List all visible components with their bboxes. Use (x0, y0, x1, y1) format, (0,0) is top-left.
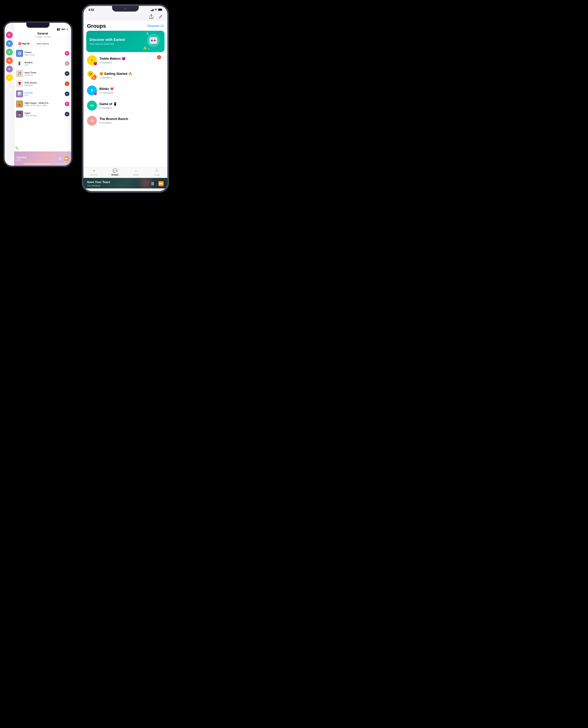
tab-groups-label: Groups (111, 174, 118, 176)
tab-profile[interactable]: Profile (146, 169, 167, 176)
tab-library-label: Library (133, 174, 139, 176)
song-title-pinkvenom: Pink Venom (24, 82, 63, 84)
mini-forward-button[interactable]: ⏩ (158, 181, 164, 186)
song-thumb-hardtimes: 🎵 (16, 70, 23, 77)
playlist-title: General (16, 32, 69, 35)
song-item-breathe[interactable]: Breathe Lauv L (14, 59, 71, 69)
groups-header: Groups Requests (1) (83, 21, 167, 31)
banner-dot-1 (146, 32, 148, 35)
group-members-getting-started: 1 members (100, 76, 162, 79)
sidebar-avatar-4[interactable]: M (6, 57, 13, 64)
sidebar-avatar-6[interactable]: S (6, 74, 13, 81)
song-thumb-pinkvenom: 🌹 (16, 80, 23, 87)
edit-button[interactable] (158, 13, 164, 20)
sidebar-avatar-2[interactable]: B (6, 40, 13, 47)
group-name-getting-started: 😍 Getting Started 🔥 (100, 72, 162, 76)
song-artist-breathe: Lauv (24, 64, 63, 66)
song-user-pinkvenom: J (65, 82, 69, 86)
mini-player-artist: The Weeknd (87, 184, 110, 187)
song-item-pinkvenom[interactable]: 🌹 Pink Venom Blackpink J (14, 79, 71, 89)
fg-status-time: 4:52 (88, 8, 94, 12)
song-artist-flower: Miley Cyrus (24, 54, 63, 56)
mini-progress-bar[interactable] (87, 190, 164, 190)
sidebar-avatar-5[interactable]: R (6, 66, 13, 72)
group-info-getting-started: 😍 Getting Started 🔥 1 members (100, 72, 162, 79)
song-item-highhopes[interactable]: 🎪 High Hopes - White Pa... Panic! At The… (14, 99, 71, 109)
notch-fg (112, 6, 139, 12)
song-title-hardtimes: Hard Times (24, 71, 63, 74)
bg-now-playing-bar[interactable]: I'm Fine BTS ⏸ ⏩ (14, 151, 71, 166)
group-avatar-brunch-bunch: TB (87, 116, 97, 126)
bg-wifi: WiFi (61, 28, 65, 30)
group-name-brunch-bunch: The Brunch Bunch (100, 117, 162, 121)
song-user-hardtimes: K (65, 71, 69, 76)
song-item-traitor[interactable]: 👧 traitor Olivia Rodrigo K (14, 109, 71, 119)
bg-progress-fill (24, 164, 50, 164)
mini-player[interactable]: Save Your Tears The Weeknd ⏸ ⏩ (83, 178, 167, 189)
sidebar-avatar-3[interactable]: G (6, 49, 13, 56)
bg-now-playing-artist: BTS (17, 159, 27, 161)
tab-library[interactable]: ♪ Library (125, 169, 146, 176)
tab-discover[interactable]: ✦ Discover (83, 169, 104, 176)
group-members-blinks: 12 members (100, 91, 162, 94)
song-item-flower[interactable]: 🌸 Flower Miley Cyrus P (14, 48, 71, 59)
group-members-game-of-go: 3 members (100, 107, 162, 109)
chevron-game-of-go: › (163, 104, 164, 107)
song-item-hardtimes[interactable]: 🎵 Hard Times Paramore K (14, 69, 71, 79)
group-name-game-of-go: Game of 📱 (100, 102, 162, 106)
song-user-traitor: K (65, 112, 69, 116)
pause-button-bg[interactable]: ⏸ (58, 157, 62, 161)
group-emoji-blinks: 💗 (93, 92, 97, 96)
fg-toolbar (83, 13, 167, 21)
song-thumb-imfine: 📊 (16, 90, 23, 97)
song-info-highhopes: High Hopes - White Pa... Panic! At The D… (24, 102, 63, 107)
groups-page-title: Groups (87, 23, 106, 29)
group-avatar-getting-started: 😍 🔥 (87, 70, 97, 80)
play-all-button[interactable]: ▶ Play All (16, 41, 32, 46)
robot-eyes (151, 40, 155, 41)
group-item-treble-makers[interactable]: T 😈 Treble Makers 😈 4 members 4 (83, 53, 167, 68)
tab-groups[interactable]: 💬 Groups (104, 169, 125, 176)
earbot-banner[interactable]: Discover with Earbot Your new AI music b… (86, 31, 165, 52)
song-item-imfine[interactable]: 📊 I'm Fine BTS K (14, 89, 71, 99)
bg-playback-controls: ⏸ ⏩ (58, 156, 69, 161)
mini-player-info: Save Your Tears The Weeknd (87, 180, 110, 187)
earbot-subtitle: Your new AI music bot (89, 43, 125, 45)
forward-button-bg[interactable]: ⏩ (64, 156, 69, 161)
new-channel-button[interactable]: + New Channe (33, 41, 51, 46)
svg-rect-0 (19, 62, 20, 65)
bg-main-content: ‹ B General 7 songs • 22 min ▶ Play All … (14, 30, 71, 151)
song-thumb-traitor: 👧 (16, 111, 23, 118)
new-channel-label: + New Channe (36, 43, 49, 45)
song-user-imfine: K (65, 91, 69, 96)
song-artist-imfine: BTS (24, 94, 63, 96)
song-user-flower: P (65, 51, 69, 56)
banner-dot-2 (148, 48, 149, 50)
background-phone: P B G M R S ▐▌▌ WiFi 🔋 ‹ B General 7 son… (3, 21, 72, 167)
group-item-getting-started[interactable]: 😍 🔥 😍 Getting Started 🔥 1 members › (83, 68, 167, 83)
library-icon: ♪ (135, 169, 137, 173)
sidebar-avatar-1[interactable]: P (6, 31, 13, 38)
song-user-breathe: L (65, 61, 69, 66)
attachment-icon[interactable]: 📎 (15, 146, 19, 150)
robot-eye-left (151, 40, 153, 41)
playlist-controls: ▶ Play All + New Channe (14, 39, 71, 48)
song-thumb-breathe (16, 60, 23, 67)
group-item-game-of-go[interactable]: GO Game of 📱 3 members › (83, 98, 167, 113)
play-icon: ▶ (18, 42, 21, 45)
group-item-brunch-bunch[interactable]: TB The Brunch Bunch 6 members › (83, 113, 167, 128)
play-all-label: Play All (22, 43, 29, 45)
requests-button[interactable]: Requests (1) (147, 24, 164, 27)
share-button[interactable] (148, 13, 154, 20)
svg-rect-3 (159, 9, 162, 10)
discover-icon: ✦ (92, 169, 96, 173)
song-info-pinkvenom: Pink Venom Blackpink (24, 82, 63, 86)
bg-status-bar: ▐▌▌ WiFi 🔋 (14, 28, 71, 30)
bg-progress-bar[interactable] (24, 164, 71, 164)
bg-now-playing-info: I'm Fine BTS (17, 156, 27, 161)
robot-circle (147, 34, 160, 47)
group-item-blinks[interactable]: B 💗 Blinks 💗 12 members › (83, 83, 167, 98)
fg-main-content[interactable]: Groups Requests (1) Discover with Earbot… (83, 21, 167, 167)
robot-eye-right (154, 40, 155, 41)
signal-bars-icon (151, 9, 154, 11)
